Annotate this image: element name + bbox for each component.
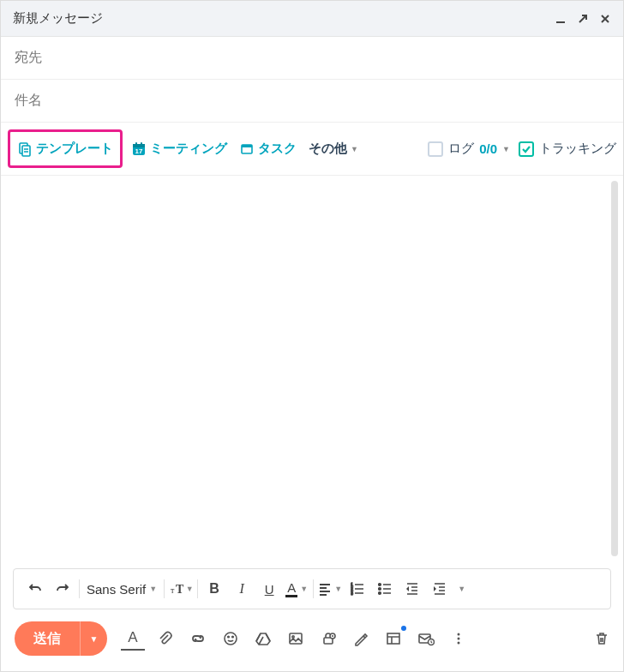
svg-rect-6 [141,142,142,146]
numbered-list-button[interactable]: 123 [345,576,370,602]
tracking-label: トラッキング [539,141,616,157]
svg-point-20 [232,636,234,638]
bullet-list-button[interactable] [372,576,398,602]
template-button[interactable]: テンプレート [14,135,117,162]
formatting-toggle[interactable]: A [121,627,145,651]
svg-point-30 [458,642,460,645]
undo-button[interactable] [22,576,48,602]
subject-field[interactable]: 件名 [1,80,623,123]
svg-rect-21 [290,633,302,644]
drive-button[interactable] [251,627,275,651]
templates-layout-button[interactable] [381,627,405,651]
svg-point-18 [225,633,237,645]
svg-point-15 [379,584,381,586]
send-options-button[interactable]: ▼ [80,621,107,656]
svg-rect-25 [387,633,399,644]
insert-image-button[interactable] [284,627,308,651]
compose-window: 新規メッセージ 宛先 件名 [0,0,624,672]
calendar-icon: 17 [131,141,147,157]
redo-button[interactable] [50,576,75,602]
svg-point-16 [379,588,381,591]
task-icon [239,141,255,157]
other-button[interactable]: その他 ▼ [305,135,362,162]
to-field[interactable]: 宛先 [1,37,623,80]
meeting-button[interactable]: 17 ミーティング [128,135,231,162]
compose-header: 新規メッセージ [1,1,623,37]
tracking-toggle[interactable]: トラッキング [519,141,616,157]
template-label: テンプレート [36,141,113,157]
notification-dot-icon [401,626,406,631]
close-button[interactable] [599,13,611,25]
compose-footer: 送信 ▼ A [1,609,623,671]
send-label: 送信 [33,630,61,648]
send-split-button: 送信 ▼ [15,621,107,656]
separator [164,579,165,598]
svg-point-28 [458,633,460,636]
tracking-checkbox[interactable] [519,141,534,157]
separator [313,579,314,598]
log-checkbox[interactable] [428,141,443,157]
task-button[interactable]: タスク [236,135,300,162]
underline-button[interactable]: U [256,576,282,602]
svg-text:3: 3 [351,591,353,596]
popout-button[interactable] [577,13,589,25]
signature-button[interactable] [349,627,373,651]
chevron-down-icon: ▼ [351,145,358,153]
subject-label: 件名 [15,93,42,107]
more-format-dropdown[interactable]: ▼ [458,585,465,593]
font-family-label: Sans Serif [87,582,146,597]
text-color-button[interactable]: A ▼ [284,576,309,602]
window-controls [555,13,611,25]
svg-point-17 [379,592,381,595]
compose-body[interactable] [1,176,623,561]
svg-rect-9 [242,145,252,147]
template-button-highlight: テンプレート [8,129,123,168]
meeting-label: ミーティング [150,141,227,157]
chevron-down-icon: ▼ [300,585,308,593]
minimize-button[interactable] [555,13,567,25]
svg-text:17: 17 [135,147,143,155]
chevron-down-icon: ▼ [90,634,99,644]
template-icon [17,141,33,157]
italic-button[interactable]: I [229,576,255,602]
log-toggle[interactable]: ログ 0/0 ▼ [428,141,510,157]
svg-text:т: т [171,585,175,595]
compose-title: 新規メッセージ [13,10,103,27]
attach-button[interactable] [153,627,177,651]
svg-rect-5 [135,142,137,146]
log-count: 0/0 [479,141,497,156]
chevron-down-icon: ▼ [149,585,157,593]
other-label: その他 [309,141,347,157]
chevron-down-icon: ▼ [334,585,342,593]
font-size-select[interactable]: т T ▼ [168,576,194,602]
svg-point-19 [228,636,230,638]
log-label: ログ [448,141,474,157]
schedule-button[interactable] [414,627,438,651]
indent-increase-button[interactable] [427,576,453,602]
svg-rect-0 [556,21,565,23]
chevron-down-icon: ▼ [186,585,194,593]
emoji-button[interactable] [219,627,243,651]
bold-button[interactable]: B [201,576,227,602]
to-label: 宛先 [15,50,42,64]
svg-point-22 [292,636,294,638]
separator [197,579,198,598]
insert-link-button[interactable] [186,627,210,651]
hubspot-right-group: ログ 0/0 ▼ トラッキング [428,141,616,157]
send-button[interactable]: 送信 [15,621,80,656]
svg-text:T: T [176,583,184,596]
task-label: タスク [258,141,297,157]
format-toolbar: Sans Serif ▼ т T ▼ B I U A ▼ ▼ 123 [13,568,611,609]
hubspot-toolbar: テンプレート 17 ミーティング タス [1,123,623,176]
more-options-button[interactable] [447,627,471,651]
footer-actions: A [121,627,471,651]
svg-rect-2 [22,146,30,156]
font-family-select[interactable]: Sans Serif ▼ [83,576,160,602]
chevron-down-icon: ▼ [502,145,510,153]
svg-point-29 [458,638,460,640]
indent-decrease-button[interactable] [399,576,425,602]
separator [79,579,80,598]
confidential-mode-button[interactable] [316,627,340,651]
discard-button[interactable] [594,631,609,646]
align-button[interactable]: ▼ [317,576,343,602]
